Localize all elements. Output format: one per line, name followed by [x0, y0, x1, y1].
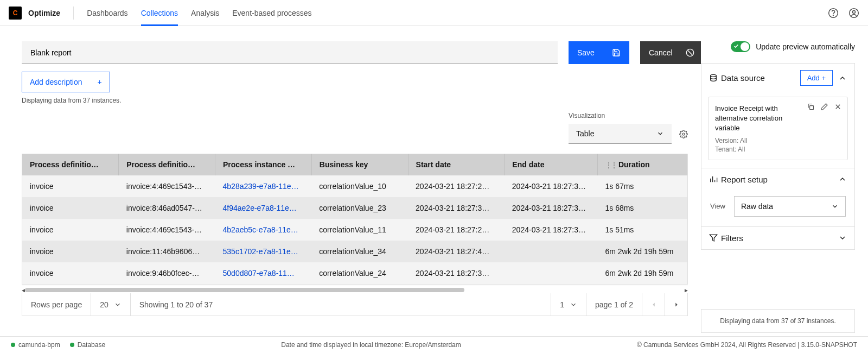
table-cell: 2024-03-21 18:27:3…	[408, 262, 505, 284]
table-cell: 1s 67ms	[597, 175, 687, 197]
report-setup-title: Report setup	[721, 175, 768, 184]
data-source-card: Invoice Receipt with alternative correla…	[708, 97, 848, 160]
table-row: invoiceinvoice:11:46b9606…535c1702-e7a8-…	[22, 241, 687, 262]
svg-rect-8	[810, 106, 814, 110]
database-status: Database	[70, 341, 105, 349]
table-cell: invoice:8:46ad0547-…	[119, 197, 215, 219]
scrollbar-thumb[interactable]	[25, 288, 464, 292]
rows-per-page-value: 20	[100, 300, 108, 309]
timezone-text: Date and time displayed in local timezon…	[105, 341, 637, 349]
report-setup-icon	[709, 175, 718, 184]
table-cell: 2024-03-21 18:27:2…	[408, 219, 505, 241]
visualization-label: Visualization	[569, 112, 605, 119]
report-title-input[interactable]	[22, 41, 558, 64]
column-header[interactable]: Start date	[408, 154, 505, 175]
auto-update-toggle[interactable]	[731, 41, 750, 52]
save-label: Save	[577, 48, 595, 57]
table-cell: 6m 2wk 2d 19h 59m	[597, 241, 687, 262]
table-cell[interactable]: 535c1702-e7a8-11e…	[215, 241, 312, 262]
table-cell: 2024-03-21 18:27:3…	[505, 197, 598, 219]
title-row: Save Cancel	[22, 41, 701, 64]
table-cell: 2024-03-21 18:27:3…	[505, 219, 598, 241]
column-header[interactable]: Process instance …	[215, 154, 312, 175]
data-source-icon	[709, 74, 718, 83]
table-cell: invoice:4:469c1543-…	[119, 219, 215, 241]
page-number-select[interactable]: 1	[551, 293, 586, 316]
chevron-down-icon	[831, 203, 839, 210]
chevron-up-icon[interactable]	[838, 175, 847, 184]
table-row: invoiceinvoice:8:46ad0547-…4f94ae2e-e7a8…	[22, 197, 687, 219]
table-cell[interactable]: 4b28a239-e7a8-11e…	[215, 175, 312, 197]
add-data-source-button[interactable]: Add +	[800, 70, 833, 86]
copy-icon[interactable]	[807, 103, 815, 111]
user-icon[interactable]	[848, 8, 859, 18]
table-cell: invoice:11:46b9606…	[119, 241, 215, 262]
right-footer-text: Displaying data from 37 of 37 instances.	[701, 309, 855, 333]
nav-dashboards[interactable]: Dashboards	[87, 1, 128, 26]
cancel-icon	[686, 48, 694, 57]
showing-text: Showing 1 to 20 of 37	[139, 300, 213, 309]
horizontal-scrollbar[interactable]: ◄ ►	[22, 286, 688, 293]
view-label: View	[710, 202, 725, 210]
table-cell: invoice	[22, 262, 119, 284]
filters-panel-head[interactable]: Filters	[701, 226, 854, 249]
auto-update-label: Update preview automatically	[756, 42, 855, 51]
table-row: invoiceinvoice:9:46b0fcec-…50d0d807-e7a8…	[22, 262, 687, 284]
drag-handle-icon[interactable]: ⋮⋮	[605, 161, 616, 169]
data-table: Process definitio…Process definitio…Proc…	[22, 154, 688, 285]
column-header[interactable]: Business key	[311, 154, 408, 175]
cancel-button[interactable]: Cancel	[640, 41, 701, 64]
chevron-up-icon[interactable]	[838, 74, 847, 83]
status-dot-icon	[11, 343, 15, 347]
table-cell: invoice:9:46b0fcec-…	[119, 262, 215, 284]
separator	[73, 7, 74, 20]
nav-analysis[interactable]: Analysis	[191, 1, 219, 26]
visualization-select[interactable]: Table	[569, 124, 672, 144]
nav-collections[interactable]: Collections	[141, 1, 178, 26]
save-button[interactable]: Save	[569, 41, 629, 64]
source-tenant: Tenant: All	[715, 146, 841, 153]
column-header[interactable]: Process definitio…	[119, 154, 215, 175]
table-cell: 2024-03-21 18:27:2…	[408, 175, 505, 197]
app-logo: C	[9, 7, 22, 20]
topbar: C Optimize Dashboards Collections Analys…	[0, 0, 868, 26]
rows-per-page-select[interactable]: 20	[91, 293, 130, 316]
column-header[interactable]: End date	[505, 154, 598, 175]
copyright-text: © Camunda Services GmbH 2024, All Rights…	[637, 341, 857, 349]
svg-point-3	[853, 10, 856, 13]
column-header[interactable]: ⋮⋮Duration	[597, 154, 687, 175]
table-cell	[505, 241, 598, 262]
svg-point-7	[711, 74, 717, 77]
source-name: Invoice Receipt with alternative correla…	[715, 104, 796, 134]
check-icon	[733, 43, 739, 49]
close-icon[interactable]	[834, 103, 842, 111]
svg-marker-15	[710, 235, 717, 241]
view-select[interactable]: Raw data	[734, 196, 846, 217]
table-cell: correlationValue_23	[311, 197, 408, 219]
status-dot-icon	[70, 343, 74, 347]
table-cell: invoice	[22, 241, 119, 262]
filters-title: Filters	[721, 234, 743, 243]
gear-icon[interactable]	[679, 130, 688, 138]
edit-icon[interactable]	[820, 103, 828, 111]
table-cell[interactable]: 4b2aeb5c-e7a8-11e…	[215, 219, 312, 241]
add-description-label: Add description	[30, 78, 82, 86]
view-value: Raw data	[741, 202, 773, 211]
table-cell[interactable]: 50d0d807-e7a8-11…	[215, 262, 312, 284]
page-of-text: page 1 of 2	[595, 300, 633, 309]
scroll-right-icon: ►	[684, 287, 689, 293]
column-header[interactable]: Process definitio…	[22, 154, 119, 175]
table-cell[interactable]: 4f94ae2e-e7a8-11e…	[215, 197, 312, 219]
chevron-down-icon[interactable]	[838, 234, 847, 242]
instances-count-text: Displaying data from 37 instances.	[22, 97, 701, 104]
chevron-down-icon	[570, 301, 577, 308]
help-icon[interactable]	[828, 8, 839, 18]
nav-event-processes[interactable]: Event-based processes	[232, 1, 311, 26]
rows-per-page-label: Rows per page	[31, 300, 82, 309]
table-cell: 2024-03-21 18:27:3…	[408, 197, 505, 219]
table-row: invoiceinvoice:4:469c1543-…4b28a239-e7a8…	[22, 175, 687, 197]
next-page-button[interactable]	[665, 293, 687, 316]
table-cell: correlationValue_11	[311, 219, 408, 241]
add-description-button[interactable]: Add description +	[22, 72, 110, 92]
prev-page-button[interactable]	[642, 293, 665, 316]
